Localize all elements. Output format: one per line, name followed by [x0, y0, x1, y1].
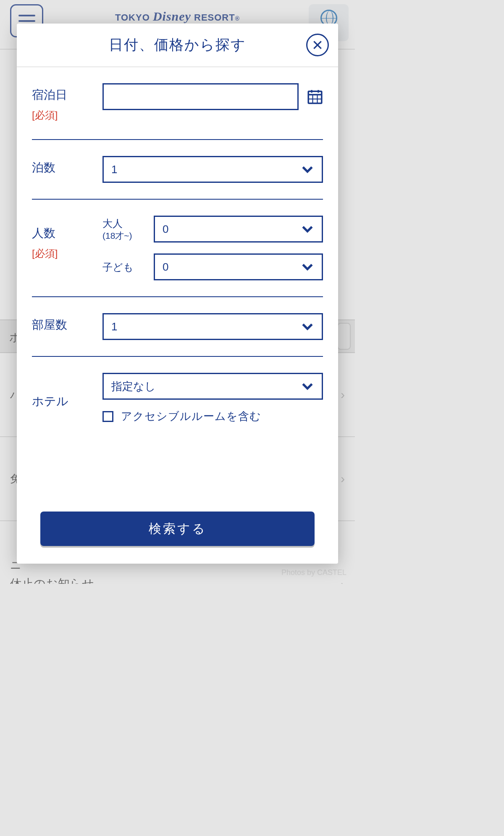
hotel-value: 指定なし — [111, 379, 156, 394]
accessible-checkbox-label: アクセシブルルームを含む — [121, 409, 261, 424]
close-button[interactable] — [306, 34, 329, 56]
search-button[interactable]: 検索する — [40, 512, 315, 546]
hotel-select[interactable]: 指定なし — [102, 373, 323, 400]
label-text: ホテル — [32, 395, 68, 408]
modal-title: 日付、価格から探す — [109, 35, 246, 55]
chevron-down-icon — [301, 222, 314, 236]
field-label: 泊数 — [32, 156, 95, 177]
close-icon — [312, 40, 323, 50]
chevron-down-icon — [301, 260, 314, 274]
field-label: 部屋数 — [32, 313, 95, 335]
calendar-icon[interactable] — [307, 89, 323, 105]
svg-rect-2 — [308, 91, 322, 103]
field-label: 宿泊日 [必須] — [32, 83, 95, 123]
modal-footer: 検索する — [17, 500, 338, 564]
rooms-select[interactable]: 1 — [102, 313, 323, 340]
section-people: 人数 [必須] 大人 (18才~) 0 子ども 0 — [32, 200, 323, 297]
child-count-value: 0 — [163, 261, 168, 274]
nights-select[interactable]: 1 — [102, 156, 323, 183]
nights-value: 1 — [111, 163, 117, 176]
label-text: 人数 — [32, 227, 55, 240]
rooms-value: 1 — [111, 320, 117, 333]
modal-header: 日付、価格から探す — [17, 24, 338, 67]
adult-count-value: 0 — [163, 223, 168, 236]
section-hotel: ホテル 指定なし アクセシブルルームを含む — [32, 357, 323, 440]
search-button-label: 検索する — [149, 522, 207, 535]
section-rooms: 部屋数 1 — [32, 297, 323, 357]
field-label: ホテル — [32, 373, 95, 411]
required-badge: [必須] — [32, 245, 95, 261]
label-text: 部屋数 — [32, 318, 67, 331]
search-modal: 日付、価格から探す 宿泊日 [必須] — [17, 24, 338, 564]
modal-body: 宿泊日 [必須] 泊数 1 — [17, 67, 338, 500]
child-count-select[interactable]: 0 — [154, 253, 323, 280]
chevron-down-icon — [301, 320, 314, 333]
label-text: 宿泊日 — [32, 88, 67, 101]
stay-date-input[interactable] — [102, 83, 299, 110]
label-text: 泊数 — [32, 161, 55, 174]
section-nights: 泊数 1 — [32, 140, 323, 200]
accessible-checkbox[interactable]: アクセシブルルームを含む — [102, 409, 323, 424]
section-stay-date: 宿泊日 [必須] — [32, 67, 323, 140]
required-badge: [必須] — [32, 107, 95, 123]
adult-count-select[interactable]: 0 — [154, 216, 323, 243]
chevron-down-icon — [301, 163, 314, 176]
field-label: 人数 [必須] — [32, 216, 95, 261]
child-label: 子ども — [102, 261, 150, 274]
checkbox-icon — [102, 411, 113, 422]
adult-label: 大人 (18才~) — [102, 217, 150, 241]
chevron-down-icon — [301, 380, 314, 393]
